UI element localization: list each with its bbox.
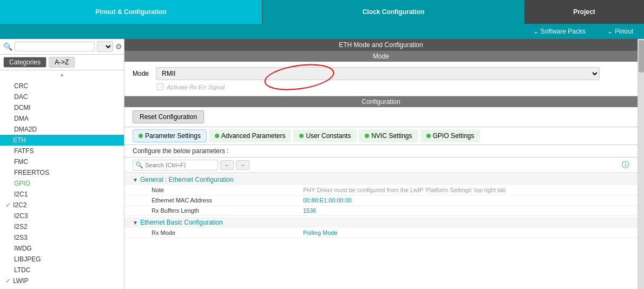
top-navigation: Pinout & Configuration Clock Configurati…: [0, 0, 644, 24]
sidebar-item-eth[interactable]: ✓ ETH: [0, 135, 124, 146]
sidebar-item-i2c1[interactable]: I2C1: [0, 189, 124, 200]
content-wrapper: ETH Mode and Configuration Mode Mode RMI…: [124, 39, 644, 289]
info-icon: ⓘ: [622, 160, 629, 170]
param-group-header-general-eth[interactable]: ▼ General : Ethernet Configuration: [124, 174, 638, 185]
table-row: Ethernet MAC Address 00:80:E1:00:00:00: [124, 195, 638, 206]
mode-section: Mode RMII Activate Rx Err Signal: [124, 62, 638, 96]
table-row: Note PHY Driver must be configured from …: [124, 185, 638, 195]
sidebar-item-i2c3[interactable]: I2C3: [0, 211, 124, 221]
sidebar-item-lwip[interactable]: ✓ LWIP: [0, 275, 124, 286]
sidebar-list: CRC DAC DCMI DMA DMA2D: [0, 78, 124, 289]
sidebar-item-i2c2[interactable]: ✓ I2C2: [0, 200, 124, 211]
sidebar-item-dac[interactable]: DAC: [0, 91, 124, 102]
param-group-ethernet-basic: ▼ Ethernet Basic Configuration Rx Mode P…: [124, 217, 638, 238]
sidebar-item-dma2d[interactable]: DMA2D: [0, 124, 124, 135]
scroll-thumb[interactable]: [639, 40, 644, 73]
tab-az[interactable]: A->Z: [49, 57, 75, 68]
right-scrollbar[interactable]: [638, 39, 644, 289]
tab-dot-icon: [299, 134, 304, 138]
sidebar-item-iwdg[interactable]: IWDG: [0, 243, 124, 254]
tab-project[interactable]: Project: [525, 0, 644, 24]
sidebar: 🔍 ⚙ Categories A->Z ▲ CRC: [0, 39, 124, 289]
tab-parameter-settings[interactable]: Parameter Settings: [133, 129, 207, 142]
table-row: Rx Mode Polling Mode: [124, 228, 638, 238]
checkmark-icon: ✓: [5, 136, 11, 144]
content-main: ETH Mode and Configuration Mode Mode RMI…: [124, 39, 638, 289]
subnav-software-packs[interactable]: ⌄ Software Packs: [522, 28, 596, 35]
search-icon: 🔍: [135, 161, 143, 169]
activate-rx-err-row: Activate Rx Err Signal: [133, 83, 629, 90]
collapse-icon: ▼: [133, 220, 138, 226]
tab-categories[interactable]: Categories: [3, 57, 47, 68]
sidebar-item-dcmi[interactable]: DCMI: [0, 102, 124, 113]
param-table: ▼ General : Ethernet Configuration Note …: [124, 173, 638, 289]
param-area: Configure the below parameters : 🔍 ← → ⓘ: [124, 145, 638, 289]
chevron-down-icon: ⌄: [607, 28, 613, 35]
sidebar-search-input[interactable]: [15, 42, 95, 51]
checkmark-icon: ✓: [5, 201, 11, 209]
checkmark-icon: ✓: [5, 277, 11, 285]
sidebar-item-freertos[interactable]: FREERTOS: [0, 167, 124, 178]
chevron-down-icon: ⌄: [533, 28, 538, 35]
sidebar-item-fatfs[interactable]: FATFS: [0, 146, 124, 156]
reset-configuration-button[interactable]: Reset Configuration: [133, 110, 204, 123]
sidebar-item-i2s2[interactable]: I2S2: [0, 221, 124, 232]
mode-section-header: Mode: [124, 51, 638, 62]
sidebar-toolbar: 🔍 ⚙: [0, 39, 124, 55]
subnav-pinout[interactable]: ⌄ Pinout: [596, 28, 644, 35]
param-search-input[interactable]: [145, 162, 215, 168]
tab-dot-icon: [365, 134, 369, 138]
table-row: Rx Buffers Length 1536: [124, 206, 638, 216]
tab-user-constants[interactable]: User Constants: [293, 129, 357, 142]
param-search-bar: 🔍 ← → ⓘ: [124, 157, 638, 173]
tab-advanced-parameters[interactable]: Advanced Parameters: [209, 129, 292, 142]
param-next-button[interactable]: →: [236, 160, 249, 170]
collapse-icon: ▼: [133, 177, 138, 183]
param-header-bar: Configure the below parameters :: [124, 145, 638, 157]
param-search-wrap: 🔍: [133, 160, 218, 170]
sidebar-item-ltdc[interactable]: LTDC: [0, 265, 124, 275]
param-group-general-eth: ▼ General : Ethernet Configuration Note …: [124, 174, 638, 216]
sidebar-tab-bar: Categories A->Z: [0, 55, 124, 70]
sidebar-item-libjpeg[interactable]: LIBJPEG: [0, 254, 124, 265]
config-toolbar: Reset Configuration: [124, 107, 638, 127]
main-layout: 🔍 ⚙ Categories A->Z ▲ CRC: [0, 39, 644, 289]
mode-label: Mode: [133, 70, 152, 77]
sidebar-item-mbedtls[interactable]: MBEDTLS: [0, 286, 124, 289]
tab-dot-icon: [215, 134, 219, 138]
scroll-up-indicator[interactable]: ▲: [0, 70, 124, 78]
sidebar-item-dma[interactable]: DMA: [0, 113, 124, 124]
gear-icon[interactable]: ⚙: [115, 42, 122, 51]
mode-row: Mode RMII: [133, 67, 629, 80]
activate-rx-err-checkbox[interactable]: [156, 83, 163, 90]
config-tabs: Parameter Settings Advanced Parameters U…: [124, 127, 638, 145]
tab-dot-icon: [426, 134, 431, 138]
sub-navigation: ⌄ Software Packs ⌄ Pinout: [0, 24, 644, 39]
tab-dot-icon: [139, 134, 143, 138]
eth-header: ETH Mode and Configuration: [124, 39, 638, 51]
param-prev-button[interactable]: ←: [220, 160, 234, 170]
tab-nvic-settings[interactable]: NVIC Settings: [359, 129, 418, 142]
sidebar-item-gpio[interactable]: GPIO: [0, 178, 124, 189]
sidebar-filter-dropdown[interactable]: [97, 41, 113, 52]
sidebar-item-i2s3[interactable]: I2S3: [0, 232, 124, 243]
config-section-header: Configuration: [124, 96, 638, 107]
tab-pinout-configuration[interactable]: Pinout & Configuration: [0, 0, 262, 24]
mode-select[interactable]: RMII: [156, 67, 600, 80]
tab-clock-configuration[interactable]: Clock Configuration: [262, 0, 525, 24]
search-icon: 🔍: [3, 42, 12, 51]
config-section: Reset Configuration Parameter Settings A…: [124, 107, 638, 289]
tab-gpio-settings[interactable]: GPIO Settings: [420, 129, 481, 142]
sidebar-item-fmc[interactable]: FMC: [0, 156, 124, 167]
activate-rx-err-label: Activate Rx Err Signal: [167, 84, 225, 90]
param-group-header-ethernet-basic[interactable]: ▼ Ethernet Basic Configuration: [124, 217, 638, 228]
sidebar-item-crc[interactable]: CRC: [0, 81, 124, 91]
